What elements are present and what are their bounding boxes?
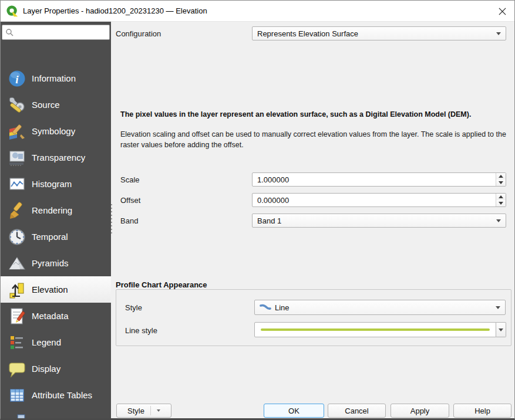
sidebar-item-label: Elevation: [32, 284, 68, 294]
configuration-label: Configuration: [116, 29, 161, 38]
sidebar-search-input[interactable]: [2, 25, 110, 40]
sidebar-item-transparency[interactable]: Transparency: [1, 144, 111, 171]
style-menu-button[interactable]: Style: [116, 404, 171, 418]
line-style-swatch: [261, 328, 490, 331]
sidebar-item-label: Symbology: [32, 126, 75, 136]
offset-input[interactable]: [253, 194, 496, 206]
sidebar-item-source[interactable]: Source: [1, 92, 111, 118]
elevation-description-text: Elevation scaling and offset can be used…: [120, 129, 508, 150]
style-label: Style: [125, 303, 142, 312]
scale-label: Scale: [120, 175, 140, 184]
offset-label: Offset: [120, 196, 140, 205]
sidebar-item-label: Temporal: [32, 232, 68, 242]
profile-style-select[interactable]: Line: [254, 300, 506, 315]
sidebar-item-qgis-server[interactable]: QGIS Server: [1, 408, 111, 420]
line-symbol-icon: [260, 304, 271, 311]
close-button[interactable]: [493, 2, 511, 20]
sidebar-item-label: Transparency: [32, 153, 85, 162]
line-style-label: Line style: [125, 326, 157, 335]
spin-down-icon: [499, 181, 503, 184]
band-label: Band: [120, 216, 138, 225]
sidebar-item-information[interactable]: i Information: [1, 65, 111, 92]
sidebar-item-label: Legend: [32, 337, 61, 347]
elevation-panel: Configuration Represents Elevation Surfa…: [111, 22, 515, 420]
offset-spinbox[interactable]: [252, 193, 506, 207]
qgis-logo-icon: [6, 5, 19, 18]
sidebar-item-label: QGIS Server: [32, 416, 82, 420]
ok-button[interactable]: OK: [264, 404, 324, 418]
cancel-button[interactable]: Cancel: [328, 404, 386, 418]
scale-spinbox[interactable]: [252, 172, 506, 187]
properties-sidebar: i Information Source Symbology: [1, 22, 111, 420]
elevation-description-bold: The pixel values in the layer represent …: [120, 109, 513, 120]
temporal-icon: [8, 228, 26, 246]
line-style-preview-button[interactable]: [254, 322, 496, 337]
offset-spin-down-button[interactable]: [496, 200, 506, 206]
metadata-icon: [8, 307, 26, 326]
help-button[interactable]: Help: [453, 404, 511, 418]
band-select[interactable]: Band 1: [252, 214, 506, 228]
configuration-select[interactable]: Represents Elevation Surface: [252, 26, 506, 40]
sidebar-item-label: Pyramids: [32, 258, 69, 268]
apply-button[interactable]: Apply: [391, 404, 449, 418]
scale-spin-up-button[interactable]: [496, 173, 506, 179]
sidebar-item-label: Display: [32, 364, 60, 374]
symbology-icon: [8, 122, 26, 141]
sidebar-item-metadata[interactable]: Metadata: [1, 303, 111, 329]
chevron-down-icon: [499, 328, 503, 331]
sidebar-item-temporal[interactable]: Temporal: [1, 223, 111, 250]
display-icon: [8, 360, 26, 378]
sidebar-item-histogram[interactable]: Histogram: [1, 171, 111, 197]
rendering-icon: [8, 201, 26, 220]
line-style-dropdown-button[interactable]: [496, 322, 506, 337]
scale-spin-down-button[interactable]: [496, 179, 506, 186]
profile-style-value: Line: [275, 303, 290, 312]
chevron-down-icon: [157, 409, 160, 412]
sidebar-item-legend[interactable]: Legend: [1, 329, 111, 355]
sidebar-item-label: Rendering: [32, 205, 72, 215]
sidebar-item-label: Information: [32, 73, 76, 83]
legend-icon: [8, 333, 26, 352]
sidebar-item-symbology[interactable]: Symbology: [1, 118, 111, 144]
source-icon: [8, 96, 26, 114]
button-divider: [150, 406, 151, 415]
chevron-down-icon: [496, 32, 501, 35]
sidebar-item-label: Source: [32, 100, 60, 110]
sidebar-item-label: Histogram: [32, 179, 72, 189]
chevron-down-icon: [496, 306, 500, 309]
sidebar-item-attribute-tables[interactable]: Attribute Tables: [1, 382, 111, 408]
sidebar-item-pyramids[interactable]: Pyramids: [1, 250, 111, 276]
profile-chart-appearance-heading: Profile Chart Appearance: [116, 280, 207, 289]
sidebar-item-display[interactable]: Display: [1, 355, 111, 382]
chevron-down-icon: [496, 219, 501, 222]
style-menu-label: Style: [127, 407, 144, 415]
scale-input[interactable]: [253, 173, 496, 186]
sidebar-item-rendering[interactable]: Rendering: [1, 197, 111, 223]
transparency-icon: [8, 148, 26, 167]
spin-down-icon: [499, 202, 503, 205]
qgis-server-icon: [8, 412, 26, 420]
spin-up-icon: [499, 175, 503, 178]
configuration-value: Represents Elevation Surface: [257, 29, 358, 38]
window-title: Layer Properties - hadiod1200_20231230 —…: [23, 6, 207, 15]
offset-spin-up-button[interactable]: [496, 194, 506, 200]
sidebar-item-label: Attribute Tables: [32, 390, 92, 400]
profile-chart-appearance-group: [116, 289, 511, 346]
pyramids-icon: [8, 254, 26, 273]
attribute-tables-icon: [8, 386, 26, 405]
title-bar: Layer Properties - hadiod1200_20231230 —…: [1, 1, 514, 22]
search-icon: [5, 28, 14, 36]
elevation-icon: [8, 280, 26, 299]
sidebar-item-label: Metadata: [32, 311, 69, 321]
info-icon: i: [8, 69, 26, 88]
svg-text:i: i: [15, 73, 19, 85]
histogram-icon: [8, 175, 26, 194]
band-value: Band 1: [257, 216, 281, 225]
spin-up-icon: [499, 195, 503, 198]
sidebar-item-elevation[interactable]: Elevation: [1, 276, 111, 303]
